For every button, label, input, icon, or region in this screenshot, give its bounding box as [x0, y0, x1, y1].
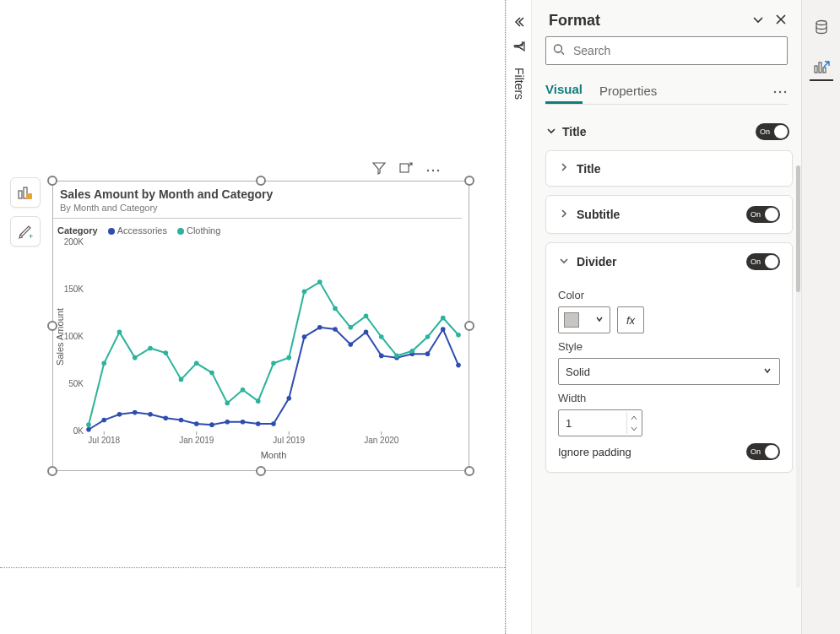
tabs-more-icon[interactable] [772, 84, 788, 97]
format-search[interactable] [545, 36, 788, 65]
search-input[interactable] [545, 36, 788, 65]
subtitle-toggle[interactable]: On [746, 206, 780, 223]
card-subtitle-header[interactable]: Subtitle On [546, 196, 792, 233]
resize-handle[interactable] [464, 321, 474, 331]
svg-text:Sales Amount: Sales Amount [55, 308, 65, 366]
svg-point-33 [241, 420, 246, 425]
scrollbar-thumb[interactable] [796, 165, 800, 292]
title-toggle[interactable]: On [756, 123, 789, 140]
svg-rect-79 [819, 62, 821, 73]
chevron-right-icon [558, 208, 570, 222]
ignore-padding-toggle[interactable]: On [746, 443, 780, 460]
svg-point-54 [179, 377, 184, 382]
svg-text:Month: Month [261, 450, 287, 460]
card-title-label: Title [577, 162, 780, 176]
svg-rect-0 [19, 191, 22, 198]
tab-properties[interactable]: Properties [599, 79, 657, 103]
svg-text:+: + [29, 232, 33, 240]
resize-handle[interactable] [464, 176, 474, 186]
svg-point-64 [333, 306, 338, 312]
svg-point-34 [256, 421, 261, 426]
svg-point-30 [194, 421, 199, 426]
svg-point-56 [209, 371, 214, 376]
color-field-label: Color [558, 289, 780, 301]
divider-color-picker[interactable] [558, 306, 610, 333]
svg-point-70 [425, 334, 431, 339]
chevron-down-icon [545, 125, 557, 139]
visual-more-icon[interactable] [425, 163, 441, 176]
fx-button[interactable]: fx [617, 306, 644, 333]
fields-tool-button[interactable] [10, 177, 41, 208]
focus-mode-icon[interactable] [398, 160, 414, 178]
svg-point-68 [394, 354, 399, 359]
chevron-right-icon [558, 161, 570, 176]
search-icon [552, 43, 566, 59]
card-subtitle-label: Subtitle [577, 208, 746, 221]
focus-icon [398, 160, 414, 176]
ignore-padding-label: Ignore padding [558, 446, 631, 458]
chart-visual[interactable]: Sales Amount by Month and Category By Mo… [52, 181, 469, 471]
card-title-header[interactable]: Title [546, 151, 792, 186]
visual-subtitle: By Month and Category [53, 203, 469, 218]
spinner-up[interactable] [627, 412, 640, 423]
filters-pane-collapsed[interactable]: Filters [506, 0, 531, 634]
svg-point-50 [117, 330, 122, 335]
card-divider: Divider On Color [545, 242, 793, 473]
svg-rect-2 [26, 193, 32, 199]
svg-point-63 [317, 279, 322, 284]
svg-text:150K: 150K [64, 284, 84, 294]
svg-text:50K: 50K [68, 379, 84, 388]
chevron-down-icon [762, 366, 772, 378]
chevron-down-icon [558, 255, 570, 269]
chevron-double-left-icon[interactable] [512, 15, 526, 31]
legend-item[interactable]: Accessories [108, 225, 167, 236]
svg-text:Jul 2019: Jul 2019 [273, 436, 305, 445]
visual-filter-icon[interactable] [371, 160, 387, 178]
right-rail [801, 0, 840, 634]
svg-point-36 [286, 396, 291, 401]
svg-point-45 [425, 351, 431, 356]
svg-text:100K: 100K [64, 332, 84, 341]
width-field-label: Width [558, 392, 780, 404]
resize-handle[interactable] [47, 176, 57, 186]
divider-toggle[interactable]: On [746, 253, 780, 270]
svg-point-31 [209, 422, 214, 427]
style-field-label: Style [558, 340, 780, 353]
divider-width-input[interactable]: 1 [558, 409, 642, 436]
svg-rect-78 [815, 66, 817, 73]
visualizations-pane-icon[interactable] [810, 57, 833, 81]
close-icon[interactable] [774, 13, 788, 29]
card-divider-label: Divider [577, 255, 746, 268]
svg-point-46 [441, 327, 446, 332]
svg-point-32 [225, 420, 230, 425]
svg-point-25 [117, 412, 122, 417]
visual-divider [53, 218, 462, 219]
resize-handle[interactable] [47, 466, 57, 476]
svg-point-58 [241, 387, 246, 393]
bar-chart-icon [17, 184, 34, 201]
format-tool-button[interactable]: + [10, 216, 41, 247]
resize-handle[interactable] [256, 176, 266, 186]
tab-visual[interactable]: Visual [545, 77, 583, 104]
resize-handle[interactable] [47, 321, 57, 331]
spinner-down[interactable] [627, 423, 640, 434]
resize-handle[interactable] [256, 466, 266, 476]
svg-point-37 [302, 334, 307, 339]
resize-handle[interactable] [464, 466, 474, 476]
svg-point-59 [256, 398, 261, 404]
legend-item[interactable]: Clothing [177, 225, 220, 236]
paintbrush-icon: + [17, 223, 34, 240]
data-pane-icon[interactable] [810, 15, 833, 39]
card-divider-header[interactable]: Divider On [546, 243, 792, 280]
svg-point-76 [784, 90, 786, 92]
svg-point-57 [225, 401, 230, 406]
svg-point-29 [179, 418, 184, 423]
report-canvas[interactable]: + Sales Amount by Month a [0, 0, 506, 634]
section-title-header[interactable]: Title On [545, 115, 793, 150]
svg-point-51 [133, 355, 138, 360]
svg-point-65 [348, 325, 353, 330]
chevron-down-icon[interactable] [751, 12, 766, 30]
svg-point-5 [427, 170, 429, 171]
divider-style-select[interactable]: Solid [558, 358, 780, 385]
svg-rect-4 [400, 164, 409, 172]
